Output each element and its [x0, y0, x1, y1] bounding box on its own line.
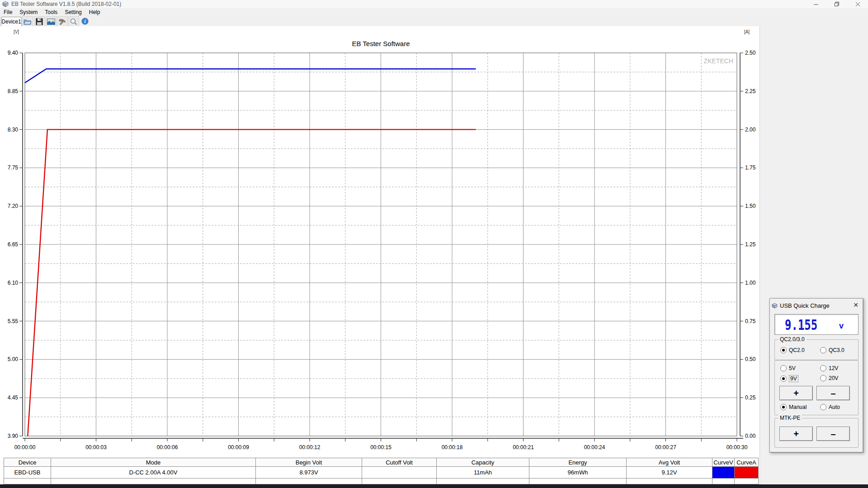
device1-tab[interactable]: Device1	[1, 17, 22, 27]
svg-text:2.25: 2.25	[745, 88, 756, 94]
radio-20v[interactable]: 20V	[820, 375, 838, 381]
svg-text:00:00:27: 00:00:27	[655, 444, 676, 450]
radio-9v[interactable]: 9V	[780, 375, 798, 382]
table-row: EBD-USBD-CC 2.00A 4.00V8.973V11mAh96mWh9…	[4, 467, 759, 479]
result-table: DeviceModeBegin VoltCutoff VoltCapacityE…	[4, 458, 759, 484]
tools-icon[interactable]	[57, 16, 68, 27]
column-header: Capacity	[437, 458, 529, 467]
table-cell: D-CC 2.00A 4.00V	[51, 467, 256, 479]
curve-color-swatch	[735, 467, 759, 479]
table-cell: 8.973V	[256, 467, 362, 479]
table-header-row: DeviceModeBegin VoltCutoff VoltCapacityE…	[4, 458, 759, 467]
minimize-button[interactable]	[806, 0, 826, 8]
window-title: EB Tester Software V1.8.5 (Build 2018-02…	[11, 1, 121, 7]
svg-text:5.00: 5.00	[8, 356, 19, 362]
svg-text:00:00:21: 00:00:21	[513, 444, 534, 450]
radio-dot-icon	[820, 347, 826, 353]
radio-auto[interactable]: Auto	[820, 404, 840, 410]
table-cell	[256, 479, 362, 484]
svg-text:6.65: 6.65	[8, 241, 19, 248]
menu-setting[interactable]: Setting	[61, 9, 85, 16]
svg-text:2.50: 2.50	[745, 50, 756, 56]
svg-text:0.25: 0.25	[745, 394, 756, 401]
menu-bar: File System Tools Setting Help	[0, 8, 868, 16]
radio-dot-icon	[780, 347, 787, 353]
curve-color-swatch	[712, 467, 735, 479]
table-cell: 11mAh	[437, 467, 529, 479]
series-voltage	[25, 69, 476, 83]
qc-minus-button[interactable]: –	[816, 386, 850, 400]
close-button[interactable]	[847, 0, 868, 8]
zoom-magnifier-icon[interactable]	[68, 16, 79, 27]
chart-area: 9.408.858.307.757.206.656.105.555.004.45…	[0, 26, 760, 457]
save-floppy-icon[interactable]	[34, 16, 45, 27]
svg-text:8.30: 8.30	[8, 127, 19, 133]
radio-qc30[interactable]: QC3.0	[820, 347, 844, 353]
result-table-area: DeviceModeBegin VoltCutoff VoltCapacityE…	[0, 457, 760, 484]
mtk-pe-group-title: MTK-PE	[778, 415, 802, 421]
mtk-pe-group: MTK-PE + –	[774, 418, 859, 448]
svg-text:0.75: 0.75	[745, 318, 756, 324]
table-row	[4, 479, 759, 484]
svg-text:00:00:09: 00:00:09	[228, 444, 249, 450]
svg-text:3.90: 3.90	[8, 433, 19, 439]
qc-voltage-select-group: 5V 12V 9V 20V + – Manual Auto	[774, 360, 859, 415]
voltage-current-chart: 9.408.858.307.757.206.656.105.555.004.45…	[0, 26, 760, 457]
radio-manual[interactable]: Manual	[780, 404, 807, 410]
table-cell	[4, 479, 51, 484]
table-cell	[437, 479, 529, 484]
qc-voltage-display-box: 8.8889.155 v	[774, 314, 859, 335]
radio-dot-icon	[780, 375, 787, 382]
qc-dialog-title: USB Quick Charge	[780, 302, 830, 309]
svg-text:1.00: 1.00	[745, 280, 756, 286]
svg-text:0.50: 0.50	[745, 356, 756, 362]
open-folder-icon[interactable]	[22, 16, 33, 27]
svg-text:5.55: 5.55	[8, 318, 19, 324]
menu-system[interactable]: System	[16, 9, 41, 16]
radio-5v[interactable]: 5V	[780, 365, 796, 371]
svg-text:00:00:18: 00:00:18	[442, 444, 463, 450]
radio-dot-icon	[780, 404, 787, 410]
svg-text:[V]: [V]	[14, 29, 19, 34]
dialog-cube-icon	[772, 303, 778, 309]
svg-text:ZKETECH: ZKETECH	[704, 57, 733, 65]
menu-help[interactable]: Help	[85, 9, 104, 16]
radio-qc20[interactable]: QC2.0	[780, 347, 805, 353]
qc-plus-button[interactable]: +	[779, 386, 813, 400]
chart-axes: 9.408.858.307.757.206.656.105.555.004.45…	[8, 29, 756, 450]
svg-text:00:00:15: 00:00:15	[370, 444, 392, 450]
radio-dot-icon	[780, 365, 787, 371]
svg-text:[A]: [A]	[744, 29, 750, 34]
mtk-minus-button[interactable]: –	[816, 427, 850, 441]
radio-dot-icon	[820, 365, 826, 371]
svg-text:4.45: 4.45	[8, 394, 19, 401]
svg-text:1.25: 1.25	[745, 241, 756, 248]
table-cell	[712, 479, 735, 484]
title-bar: EB Tester Software V1.8.5 (Build 2018-02…	[0, 0, 868, 8]
menu-tools[interactable]: Tools	[41, 9, 61, 16]
svg-text:7.20: 7.20	[8, 203, 19, 209]
column-header: Energy	[529, 458, 627, 467]
menu-file[interactable]: File	[0, 9, 16, 16]
info-icon[interactable]: i	[80, 16, 90, 26]
qc-dialog-titlebar[interactable]: USB Quick Charge	[772, 300, 861, 310]
table-cell	[362, 467, 437, 479]
svg-text:1.50: 1.50	[745, 203, 756, 209]
svg-text:00:00:00: 00:00:00	[14, 444, 36, 450]
table-cell: 9.12V	[627, 467, 712, 479]
qc-voltage-unit: v	[839, 322, 844, 330]
table-cell: 96mWh	[529, 467, 627, 479]
svg-text:EB Tester Software: EB Tester Software	[352, 40, 410, 47]
column-header: Cutoff Volt	[362, 458, 437, 467]
mtk-plus-button[interactable]: +	[779, 427, 813, 441]
svg-text:0.00: 0.00	[745, 433, 756, 439]
column-header: CurveA	[735, 458, 759, 467]
qc-dialog-close-icon[interactable]: ✕	[852, 301, 859, 309]
svg-text:2.00: 2.00	[745, 127, 756, 133]
table-cell: EBD-USB	[4, 467, 51, 479]
restore-button[interactable]	[826, 0, 847, 8]
window-bottom-edge	[0, 484, 868, 488]
svg-text:00:00:03: 00:00:03	[85, 444, 107, 450]
radio-12v[interactable]: 12V	[820, 365, 838, 371]
waveform-image-icon[interactable]	[46, 16, 57, 27]
